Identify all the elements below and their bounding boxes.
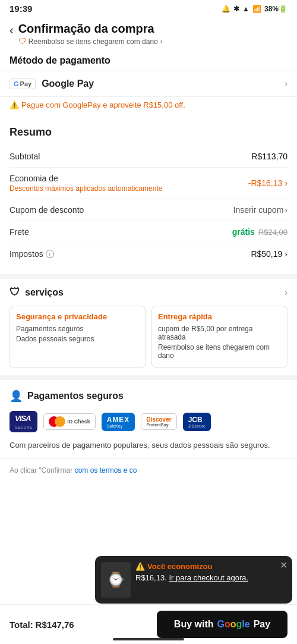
subtotal-value: R$113,70 — [251, 152, 287, 161]
discover-main: Discover — [146, 416, 171, 423]
payment-promo: ⚠️ Pague com GooglePay e aproveite R$15,… — [0, 97, 297, 117]
disclaimer: Ao clicar "Confirmar com os termos e co — [0, 458, 297, 482]
servicos-chevron[interactable]: › — [285, 287, 287, 298]
servico-seguranca-title: Segurança e privacidade — [16, 312, 139, 321]
impostos-row[interactable]: Impostos i R$50,19 › — [10, 243, 287, 265]
frete-row: Frete grátis R$24,00 — [10, 221, 287, 243]
payment-chevron: › — [285, 78, 287, 89]
disclaimer-link[interactable]: com os termos e co — [75, 466, 137, 475]
gpay-colored: Google — [217, 619, 250, 630]
status-bar: 19:39 🔔 ✱ ▲ 📶 38%🔋 — [0, 0, 297, 17]
amex-main: AMEX — [107, 416, 130, 424]
servico-seguranca-item1: Pagamentos seguros — [16, 325, 139, 333]
impostos-label: Impostos — [10, 249, 43, 259]
discover-sub: ProtectBuy — [146, 423, 168, 427]
bluetooth-icon: ✱ — [233, 5, 239, 13]
total-display: Total: R$147,76 — [10, 620, 74, 630]
total-label: Total: — [10, 620, 33, 630]
servico-entrega-title: Entrega rápida — [158, 312, 281, 321]
jcb-main: JCB — [188, 416, 203, 424]
cupom-action[interactable]: Inserir cupom › — [233, 205, 287, 215]
economia-value: -R$16,13 — [248, 178, 283, 188]
mc-circles — [49, 416, 65, 427]
toast-body: R$16,13. Ir para checkout agora. — [135, 573, 286, 582]
home-indicator — [113, 638, 184, 640]
subtotal-row: Subtotal R$113,70 — [10, 146, 287, 168]
economia-chevron: › — [285, 178, 287, 188]
pagamentos-section: 👤 Pagamentos seguros VISA SECURE ID Chec… — [0, 375, 297, 458]
toast-cta-link[interactable]: Ir para checkout agora. — [169, 573, 248, 582]
visa-sub: SECURE — [15, 425, 32, 429]
toast-content: ⚠️ Você economizou R$16,13. Ir para chec… — [135, 562, 286, 582]
economia-sublabel: Descontos máximos aplicados automaticame… — [10, 184, 162, 193]
economia-label: Economia de — [10, 174, 162, 183]
amex-sub: SafeKey — [107, 424, 122, 428]
toast-warning-icon: ⚠️ — [135, 562, 145, 571]
toast-title-text: Você economizou — [147, 562, 213, 571]
toast-product-image: ⌚ — [101, 562, 131, 598]
subtotal-label: Subtotal — [10, 152, 40, 161]
page-header: ‹ Confirmação da compra 🛡 Reembolso se i… — [0, 17, 297, 48]
servico-entrega-item2: Reembolso se itens chegarem com dano — [158, 343, 281, 360]
disclaimer-text: Ao clicar "Confirmar — [10, 466, 72, 475]
servicos-section: 🛡 serviços › Segurança e privacidade Pag… — [0, 274, 297, 375]
payment-method-row[interactable]: G Pay Google Pay › — [0, 71, 297, 97]
economia-row[interactable]: Economia de Descontos máximos aplicados … — [10, 168, 287, 199]
info-icon[interactable]: i — [46, 250, 54, 258]
pagamentos-badges: VISA SECURE ID Check AMEX SafeKey Discov… — [10, 411, 287, 432]
shield-icon: 🛡 — [18, 37, 26, 46]
visa-main: VISA — [15, 414, 30, 423]
gpay-g: G — [14, 80, 19, 87]
servico-card-entrega: Entrega rápida cupom de R$5,00 por entre… — [151, 306, 287, 368]
buy-label: Buy with — [174, 619, 214, 630]
servicos-cards: Segurança e privacidade Pagamentos segur… — [10, 306, 287, 368]
mc-id-check: ID Check — [67, 419, 90, 425]
frete-label: Frete — [10, 227, 29, 237]
servico-seguranca-item2: Dados pessoais seguros — [16, 335, 139, 343]
jcb-badge: JCB J/Secure — [183, 413, 211, 431]
amex-badge: AMEX SafeKey — [102, 413, 135, 431]
back-button[interactable]: ‹ — [10, 22, 14, 37]
cupom-chevron: › — [285, 205, 287, 215]
mastercard-badge: ID Check — [43, 413, 96, 430]
toast-notification: ⌚ ⚠️ Você economizou R$16,13. Ir para ch… — [95, 556, 292, 604]
cupom-label: Cupom de desconto — [10, 205, 84, 215]
pagamentos-description: Com parceiros de pagamento populares, se… — [10, 439, 287, 451]
alarm-icon: 🔔 — [222, 5, 230, 13]
payment-section-title: Método de pagamento — [0, 48, 297, 71]
resumo-section: Resumo Subtotal R$113,70 Economia de Des… — [0, 117, 297, 265]
chevron-icon: › — [160, 37, 163, 46]
resumo-title: Resumo — [10, 126, 287, 139]
servico-card-seguranca: Segurança e privacidade Pagamentos segur… — [10, 306, 146, 368]
mc-orange-circle — [55, 416, 65, 427]
signal-icon: 📶 — [252, 5, 261, 13]
promo-icon: ⚠️ — [10, 100, 19, 109]
servicos-title-text: serviços — [25, 287, 64, 298]
impostos-chevron: › — [285, 249, 287, 259]
frete-original: R$24,00 — [258, 228, 287, 237]
gpay-text: Pay — [20, 80, 32, 87]
payment-name: Google Pay — [42, 78, 94, 89]
pagamentos-title-text: Pagamentos seguros — [27, 391, 124, 401]
header-subtitle-text: Reembolso se itens chegarem com dano — [29, 37, 158, 46]
status-icons: 🔔 ✱ ▲ 📶 38%🔋 — [222, 5, 287, 13]
wifi-icon: ▲ — [242, 5, 249, 13]
frete-green: grátis — [232, 227, 255, 237]
toast-close-button[interactable]: ✕ — [280, 560, 287, 571]
promo-text: Pague com GooglePay e aproveite R$15,00 … — [21, 100, 185, 109]
total-value: R$147,76 — [36, 620, 74, 630]
servicos-shield-icon: 🛡 — [10, 286, 20, 299]
page-title: Confirmação da compra — [18, 22, 163, 36]
pagamentos-user-icon: 👤 — [10, 389, 23, 403]
cupom-row[interactable]: Cupom de desconto Inserir cupom › — [10, 199, 287, 221]
jcb-sub: J/Secure — [188, 424, 206, 428]
servico-entrega-item1: cupom de R$5,00 por entrega atrasada — [158, 325, 281, 341]
visa-badge: VISA SECURE — [10, 411, 37, 432]
gpay-badge: G Pay — [10, 78, 36, 89]
discover-badge: Discover ProtectBuy — [141, 413, 176, 430]
pay-text: Pay — [254, 619, 270, 630]
status-time: 19:39 — [10, 4, 32, 14]
battery-icon: 38%🔋 — [264, 5, 287, 13]
impostos-value: R$50,19 — [251, 249, 282, 259]
buy-with-pay-button[interactable]: Buy with Google Pay — [157, 611, 287, 638]
